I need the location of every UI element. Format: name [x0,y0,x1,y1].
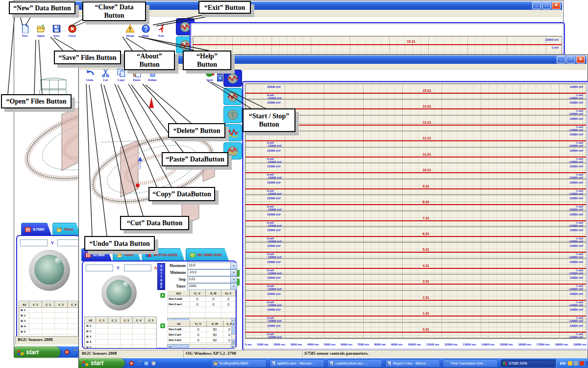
taskbar-button[interactable]: cudaStructure.doc - ... [327,359,382,368]
scroll-right-icon[interactable]: ► [231,344,235,348]
back-tool-save-button[interactable]: Save [49,24,63,37]
shield-tray-icon[interactable] [586,361,588,366]
nav-down-icon[interactable]: ▼ [217,76,223,81]
chart-view-button-3[interactable] [223,106,242,123]
back-tool-open-button[interactable]: Open [34,24,48,37]
front-tool-copy-button[interactable]: Copy [114,68,128,81]
back-channel-grid[interactable]: AIC 1C 2C 3C 4C 5R 1R 2R 3R 4R 5 [19,301,78,338]
table-row[interactable]: R 2 [85,329,157,334]
table-row[interactable]: R 4 [85,340,157,345]
chevron-down-icon[interactable]: ▼ [230,277,237,283]
table-row[interactable]: R 5 [85,345,157,349]
ai-vscrollbar[interactable]: ▲▼ [231,320,236,344]
back-chart-right-label: 1 mV [552,46,559,49]
front-tool-paste-button[interactable]: Paste [130,68,144,81]
param-combobox-maximum[interactable]: 10,0▼ [187,263,237,269]
front-value-field[interactable] [86,264,113,271]
table-row[interactable]: Dev1/ao0000 [168,296,236,302]
front-start-button[interactable]: start [79,358,125,368]
ao-table-block[interactable]: AOU, VF, HO, VDev1/ao0000Dev1/ao1000◄► [167,290,236,322]
back-channel-table[interactable]: AIC 1C 2C 3C 4C 5R 1R 2R 3R 4R 5 [19,301,78,335]
front-knob[interactable] [101,275,137,311]
taskbar-button[interactable]: Report F.doc - Micros... [385,359,440,368]
minimize-icon[interactable]: _ [557,56,565,63]
close-icon[interactable] [129,361,134,366]
table-row[interactable]: R 4 [20,324,79,329]
back-chart-paper[interactable]: 15.31 12000 mV 1 mV [193,36,562,55]
front-tool-cut-button[interactable]: Cut [98,68,112,81]
param-combobox-step[interactable]: 0,01▼ [187,276,237,283]
table-cell: 0 [190,338,207,343]
start-stop-button[interactable]: Start [203,68,217,81]
ai-run-icon[interactable] [160,321,165,326]
param-combobox-timer[interactable]: 1000▼ [187,283,237,290]
close-icon[interactable] [64,349,70,355]
table-row[interactable]: R 3 [20,318,79,324]
table-row[interactable]: R 5 [20,329,79,335]
front-tab-nv-9000-gx3[interactable]: NV 9000 GX3 [186,248,229,261]
table-row[interactable]: R 1 [20,308,79,313]
ao-run-icon[interactable] [160,291,165,296]
chevron-down-icon[interactable]: ▼ [230,270,237,276]
close-icon[interactable]: ✕ [576,56,585,63]
ie-icon[interactable] [72,349,77,355]
table-cell: R 4 [20,324,29,329]
back-tab-files[interactable]: Files [52,223,80,236]
table-row[interactable]: R 2 [20,313,79,318]
front-tool-delete-button[interactable]: Delete [146,68,159,81]
chevron-down-icon[interactable]: ▼ [230,263,237,269]
table-row[interactable]: Dev1/ai00500 [168,327,236,332]
chart-view-button-4[interactable] [223,124,242,141]
alert-tray-icon[interactable] [580,361,584,366]
front-channel-table[interactable]: AIC 1C 2C 3C 4C 5R 1R 2R 3R 4R 5 [85,317,157,348]
back-value-field-2[interactable] [57,239,80,246]
taskbar-button[interactable]: Free Translation Onli... [443,359,498,368]
table-row[interactable]: Dev1/ai10500 [168,332,236,338]
table-row[interactable]: Dev1/ai20500 [168,338,236,343]
table-row[interactable]: R 1 [85,323,157,329]
chart-view-button-1[interactable] [223,70,242,87]
ai-table-block[interactable]: AIU, VF, HI, ADev1/ai00500Dev1/ai10500De… [167,320,236,348]
taskbar-button[interactable]: N:\AFproBGU9600 [212,359,267,368]
ie-icon[interactable] [136,361,142,366]
back-start-button[interactable]: start [14,346,60,358]
taskbar-button[interactable]: apMSG.asm - Microso... [270,359,324,368]
toolbar-nav-buttons[interactable]: ▲▼ [217,69,223,81]
back-tool-new-button[interactable]: New [18,24,32,37]
chart-view-button-2[interactable] [223,88,242,105]
param-combobox-minimum[interactable]: -10,0▼ [187,269,237,276]
front-tool-undo-button[interactable]: Undo [83,68,97,81]
maximize-icon[interactable]: □ [566,56,575,63]
ai-hscrollbar[interactable]: ◄► [167,344,236,348]
back-tool-exit-button[interactable]: Exit [154,24,168,37]
msg-tray-icon[interactable] [568,361,572,366]
back-tool-close-button[interactable]: Close [65,24,79,37]
back-value-field[interactable] [20,239,48,246]
windows-tray-icon[interactable] [574,361,578,366]
table-row[interactable]: Dev1/ao1000 [168,302,236,307]
minimize-icon[interactable]: _ [532,2,541,9]
globe-icon[interactable] [144,361,149,366]
close-icon[interactable]: ✕ [552,2,561,9]
gray-icon[interactable] [151,361,156,366]
table-row[interactable]: R 3 [85,334,157,340]
tool-label: Close [68,34,75,37]
scroll-left-icon[interactable]: ◄ [168,344,172,348]
channel-scale-right: -12000 mV [568,224,583,227]
scroll-up-icon[interactable]: ▲ [232,321,235,325]
taskbar-button[interactable]: S7585 2008 [501,359,556,368]
ao-table[interactable]: AOU, VF, HO, VDev1/ao0000Dev1/ao1000 [167,290,236,318]
back-tool-help-button[interactable]: Help [139,24,152,37]
front-channel-grid[interactable]: AIC 1C 2C 3C 4C 5R 1R 2R 3R 4R 5 [84,316,157,348]
back-knob[interactable] [29,250,70,291]
scroll-down-icon[interactable]: ▼ [232,339,235,343]
status-app-name: BGU Sensors 2008 [79,350,183,358]
front-value-field-2[interactable] [124,264,151,271]
front-chart-paper[interactable]: 15.3112000 mV12000 mV0 mV1 mV-12000 mV-1… [245,83,587,339]
scroll-thumb[interactable] [172,344,189,348]
back-tab-s7585[interactable]: S7585 [21,223,51,236]
back-tool-about-button[interactable]: About [123,24,137,37]
maximize-icon[interactable]: □ [542,2,551,9]
chevron-down-icon[interactable]: ▼ [230,284,237,289]
scroll-thumb[interactable] [232,326,235,335]
